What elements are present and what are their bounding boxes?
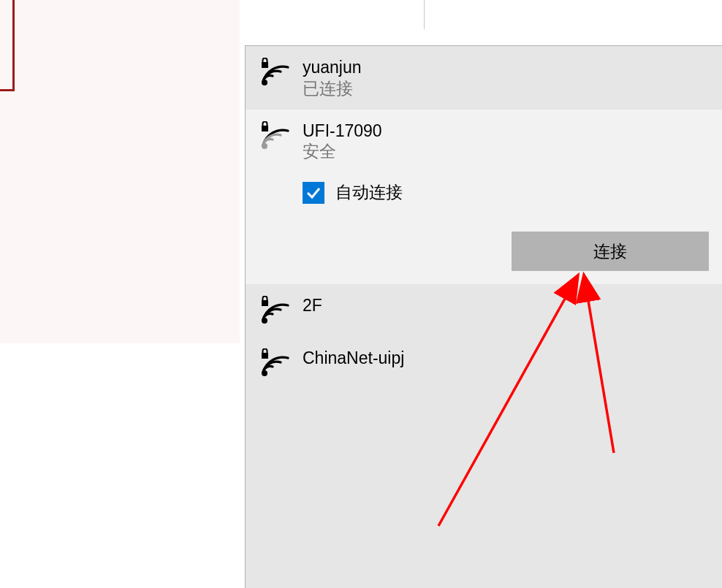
- wifi-item-ufi-17090[interactable]: UFI-17090 安全 自动连接 连接: [246, 110, 722, 285]
- checkmark-icon: [305, 185, 322, 201]
- svg-point-2: [262, 143, 267, 149]
- wifi-secure-icon: [260, 348, 294, 379]
- svg-point-4: [262, 318, 267, 324]
- wifi-name: UFI-17090: [303, 121, 709, 142]
- red-box-fragment: [0, 0, 15, 91]
- connect-button[interactable]: 连接: [512, 232, 709, 271]
- background-region: [0, 0, 240, 343]
- wifi-secure-icon: [260, 296, 294, 327]
- wifi-network-panel: yuanjun 已连接: [245, 45, 722, 588]
- wifi-item-yuanjun[interactable]: yuanjun 已连接: [246, 46, 722, 110]
- wifi-name: ChinaNet-uipj: [303, 348, 709, 369]
- svg-rect-3: [262, 126, 268, 131]
- auto-connect-label: 自动连接: [335, 181, 403, 204]
- vertical-divider: [424, 0, 425, 29]
- wifi-secure-icon: [260, 58, 294, 88]
- wifi-status: 已连接: [303, 78, 709, 99]
- wifi-name: 2F: [303, 295, 709, 316]
- wifi-item-chinanet-uipj[interactable]: ChinaNet-uipj: [246, 337, 722, 389]
- svg-point-0: [262, 80, 267, 85]
- wifi-status: 安全: [303, 141, 709, 162]
- svg-rect-7: [262, 353, 268, 359]
- wifi-item-2f[interactable]: 2F: [246, 284, 722, 337]
- wifi-name: yuanjun: [303, 57, 709, 78]
- wifi-expanded-controls: 自动连接 连接: [246, 169, 722, 284]
- svg-rect-1: [262, 62, 268, 68]
- auto-connect-checkbox[interactable]: [303, 182, 324, 204]
- wifi-secure-icon: [260, 121, 294, 152]
- svg-point-6: [262, 370, 267, 376]
- svg-rect-5: [262, 300, 268, 306]
